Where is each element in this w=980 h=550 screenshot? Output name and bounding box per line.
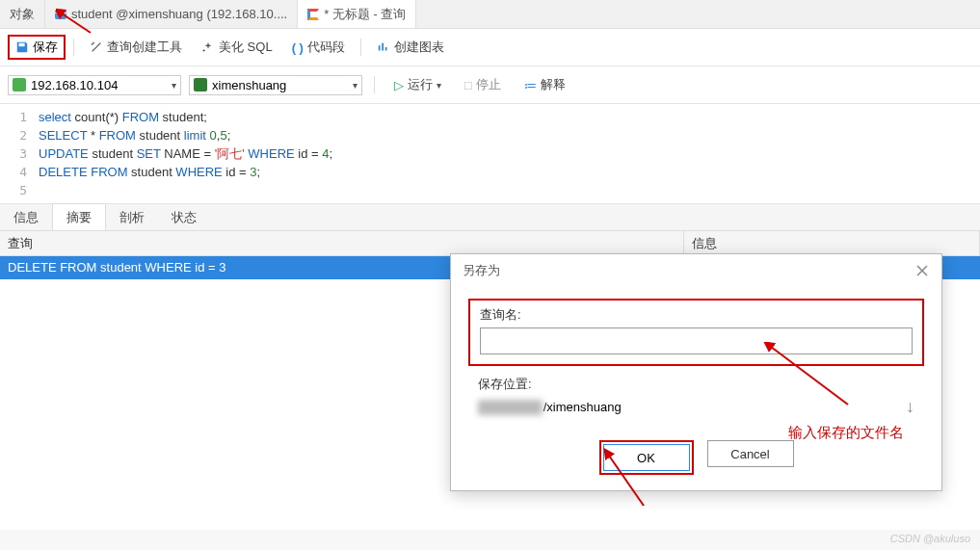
- status-dot-icon: [13, 78, 26, 92]
- explain-icon: ≔: [524, 78, 537, 92]
- result-tabs: 信息 摘要 剖析 状态: [0, 204, 980, 231]
- header-query[interactable]: 查询: [0, 231, 684, 255]
- save-icon: [15, 40, 29, 54]
- code-snippet-button[interactable]: ( ) 代码段: [284, 35, 353, 60]
- download-icon[interactable]: ↓: [906, 397, 914, 417]
- wand-icon: [90, 40, 103, 54]
- dialog-titlebar[interactable]: 另存为: [451, 254, 941, 287]
- close-icon[interactable]: [914, 263, 930, 278]
- connection-bar: 192.168.10.104 ▾ ximenshuang ▾ ▷运行 ▾ □停止…: [0, 66, 980, 104]
- sparkle-icon: [201, 40, 215, 54]
- chevron-down-icon: ▾: [353, 80, 358, 91]
- tab-untitled-query[interactable]: * 无标题 - 查询: [298, 0, 416, 28]
- query-builder-button[interactable]: 查询创建工具: [82, 35, 190, 60]
- chart-icon: [377, 40, 390, 54]
- arrow-to-input: [761, 342, 858, 409]
- explain-button[interactable]: ≔解释: [516, 72, 573, 97]
- tab-objects[interactable]: 对象: [0, 0, 45, 28]
- chevron-down-icon: ▾: [437, 80, 441, 91]
- result-tab-analyze[interactable]: 剖析: [106, 204, 158, 230]
- result-tab-info[interactable]: 信息: [0, 204, 52, 230]
- path-blurred: ████████: [478, 400, 542, 414]
- cancel-button[interactable]: Cancel: [707, 440, 794, 467]
- stop-icon: □: [464, 78, 472, 92]
- toolbar: 保存 查询创建工具 美化 SQL ( ) 代码段 创建图表: [0, 29, 980, 66]
- parens-icon: ( ): [292, 40, 304, 55]
- arrow-to-save: [56, 8, 94, 37]
- chevron-down-icon: ▾: [172, 80, 176, 91]
- watermark: CSDN @akuluso: [890, 533, 970, 544]
- path-visible: /ximenshuang: [543, 400, 622, 414]
- result-tab-status[interactable]: 状态: [158, 204, 210, 230]
- host-combo[interactable]: 192.168.10.104 ▾: [8, 75, 181, 95]
- header-info[interactable]: 信息: [684, 231, 980, 255]
- arrow-to-ok: [597, 448, 665, 515]
- db-icon: [194, 78, 207, 92]
- annotation-text: 输入保存的文件名: [788, 424, 904, 442]
- sql-editor[interactable]: 1select count(*) FROM student; 2SELECT *…: [0, 104, 980, 204]
- dialog-title: 另存为: [463, 262, 500, 279]
- result-tab-summary[interactable]: 摘要: [52, 203, 106, 230]
- stop-button[interactable]: □停止: [457, 72, 509, 97]
- beautify-sql-button[interactable]: 美化 SQL: [194, 35, 280, 60]
- play-icon: ▷: [394, 78, 404, 92]
- save-button[interactable]: 保存: [8, 35, 66, 60]
- save-as-dialog: 另存为 查询名: 保存位置: ████████ /ximenshuang ↓ O…: [450, 253, 942, 491]
- database-combo[interactable]: ximenshuang ▾: [189, 75, 362, 95]
- query-icon: [307, 9, 319, 20]
- create-chart-button[interactable]: 创建图表: [369, 35, 452, 60]
- query-name-label: 查询名:: [480, 306, 913, 324]
- editor-tabs: 对象 student @ximenshuang (192.168.10.... …: [0, 0, 980, 29]
- run-button[interactable]: ▷运行 ▾: [386, 72, 449, 97]
